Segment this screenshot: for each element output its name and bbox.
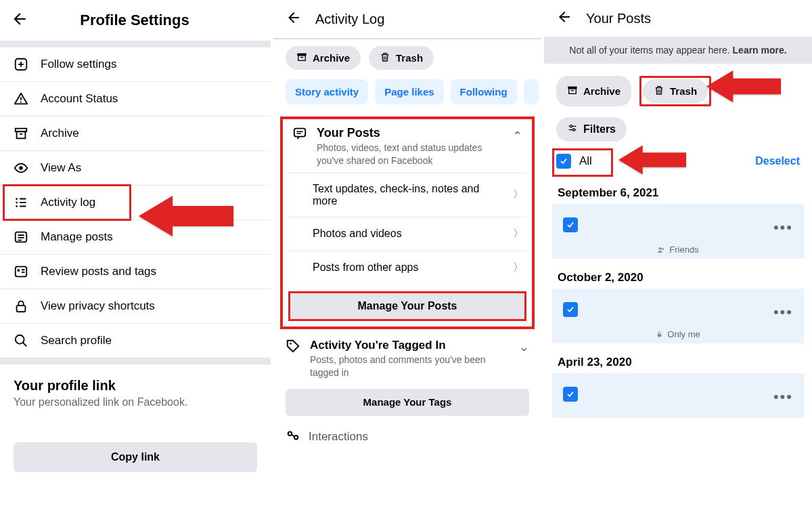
post-checkbox[interactable] [563, 217, 578, 232]
trash-icon [380, 51, 390, 64]
svg-marker-25 [706, 70, 781, 102]
your-posts-panel: Your Posts Not all of your items may app… [541, 0, 812, 508]
svg-point-8 [16, 205, 18, 207]
manage-your-tags-button[interactable]: Manage Your Tags [286, 389, 529, 416]
account-status-item[interactable]: Account Status [0, 82, 271, 117]
trash-button[interactable]: Trash [369, 46, 434, 70]
chip-more[interactable] [524, 79, 539, 104]
archive-button[interactable]: Archive [556, 76, 631, 106]
more-icon[interactable]: ••• [773, 303, 793, 321]
copy-link-button[interactable]: Copy link [14, 442, 257, 472]
interactions-section[interactable]: Interactions [273, 421, 541, 446]
svg-rect-24 [571, 90, 574, 91]
other-apps-item[interactable]: Posts from other apps〉 [288, 251, 526, 284]
annotation-arrow [618, 143, 686, 179]
archive-item[interactable]: Archive [0, 117, 271, 151]
svg-point-19 [290, 343, 292, 345]
item-label: View privacy shortcuts [41, 299, 155, 313]
post-item[interactable]: ••• [552, 373, 804, 418]
follow-settings-item[interactable]: Follow settings [0, 47, 271, 82]
audience-label: Only me [563, 317, 793, 339]
post-checkbox[interactable] [563, 302, 578, 317]
annotation-arrow [139, 192, 233, 242]
learn-more-link[interactable]: Learn more. [733, 45, 787, 56]
select-all-checkbox[interactable] [556, 154, 571, 169]
svg-point-27 [572, 129, 574, 131]
search-profile-item[interactable]: Search profile [0, 324, 271, 358]
chip-following[interactable]: Following [451, 79, 517, 104]
your-posts-title: Your Posts [317, 126, 503, 140]
date-heading: September 6, 2021 [544, 178, 812, 204]
tagged-section[interactable]: Activity You're Tagged In Posts, photos … [273, 329, 541, 383]
list-icon [14, 195, 28, 210]
svg-point-13 [16, 335, 24, 344]
review-posts-item[interactable]: Review posts and tags [0, 255, 271, 289]
svg-rect-4 [17, 131, 26, 138]
warning-icon [14, 91, 28, 106]
notice-banner: Not all of your items may appear here. L… [544, 37, 812, 64]
date-heading: October 2, 2020 [544, 263, 812, 289]
your-posts-section-highlight: Your Posts Photos, videos, text and stat… [280, 117, 535, 329]
trash-button[interactable]: Trash [643, 79, 708, 103]
select-all-row: All 40 Deselect [544, 148, 812, 178]
chevron-up-icon[interactable]: ⌃ [512, 126, 522, 144]
item-label: Search profile [41, 334, 112, 347]
more-icon[interactable]: ••• [773, 388, 793, 406]
back-arrow-icon[interactable] [286, 9, 302, 28]
text-updates-item[interactable]: Text updates, check-ins, notes and more〉 [288, 173, 526, 217]
tagged-title: Activity You're Tagged In [310, 339, 510, 352]
item-label: Archive [41, 127, 79, 140]
archive-button[interactable]: Archive [286, 46, 361, 70]
svg-point-21 [294, 436, 298, 440]
chevron-right-icon: 〉 [513, 261, 524, 275]
review-icon [14, 264, 28, 279]
page-title: Activity Log [315, 12, 384, 27]
post-item[interactable]: ••• Friends [552, 204, 804, 259]
back-arrow-icon[interactable] [556, 9, 572, 28]
svg-marker-28 [618, 146, 686, 175]
privacy-shortcuts-item[interactable]: View privacy shortcuts [0, 289, 271, 324]
view-as-item[interactable]: View As [0, 151, 271, 186]
svg-rect-17 [300, 57, 303, 58]
item-label: View As [41, 161, 81, 175]
interactions-icon [286, 428, 300, 446]
date-heading: April 23, 2020 [544, 347, 812, 373]
chevron-down-icon[interactable]: ⌃ [519, 339, 529, 356]
svg-point-26 [570, 125, 572, 127]
svg-point-7 [16, 202, 18, 204]
tagged-sub: Posts, photos and comments you've been t… [310, 354, 510, 379]
posts-icon [14, 230, 28, 245]
post-checkbox[interactable] [563, 387, 578, 402]
trash-highlight: Trash [639, 76, 711, 106]
filters-button[interactable]: Filters [556, 117, 627, 142]
all-label: All [579, 154, 592, 168]
profile-settings-panel: Profile Settings Follow settings Account… [0, 0, 271, 508]
trash-icon [654, 85, 664, 98]
item-label: Activity log [41, 196, 95, 209]
item-label: Follow settings [41, 58, 116, 71]
tag-icon [286, 339, 300, 356]
chip-page-likes[interactable]: Page likes [375, 79, 443, 104]
svg-point-11 [18, 269, 20, 272]
more-icon[interactable]: ••• [773, 219, 793, 236]
lock-icon [14, 299, 28, 314]
page-title: Profile Settings [9, 12, 260, 29]
activity-log-panel: Activity Log Archive Trash Story activit… [271, 0, 541, 508]
chip-story-activity[interactable]: Story activity [286, 79, 368, 104]
plus-box-icon [14, 57, 28, 72]
sliders-icon [567, 123, 578, 136]
deselect-link[interactable]: Deselect [755, 155, 800, 167]
svg-point-29 [659, 247, 662, 250]
post-item[interactable]: ••• Only me [552, 289, 804, 343]
archive-icon [14, 126, 28, 141]
annotation-arrow [706, 68, 781, 108]
svg-point-30 [662, 248, 664, 250]
svg-rect-18 [294, 129, 306, 137]
archive-icon [296, 51, 307, 64]
archive-icon [567, 85, 578, 98]
eye-icon [14, 161, 28, 175]
manage-your-posts-button[interactable]: Manage Your Posts [288, 291, 526, 321]
svg-rect-10 [16, 267, 27, 277]
photos-videos-item[interactable]: Photos and videos〉 [288, 217, 526, 251]
item-label: Manage posts [41, 230, 113, 244]
